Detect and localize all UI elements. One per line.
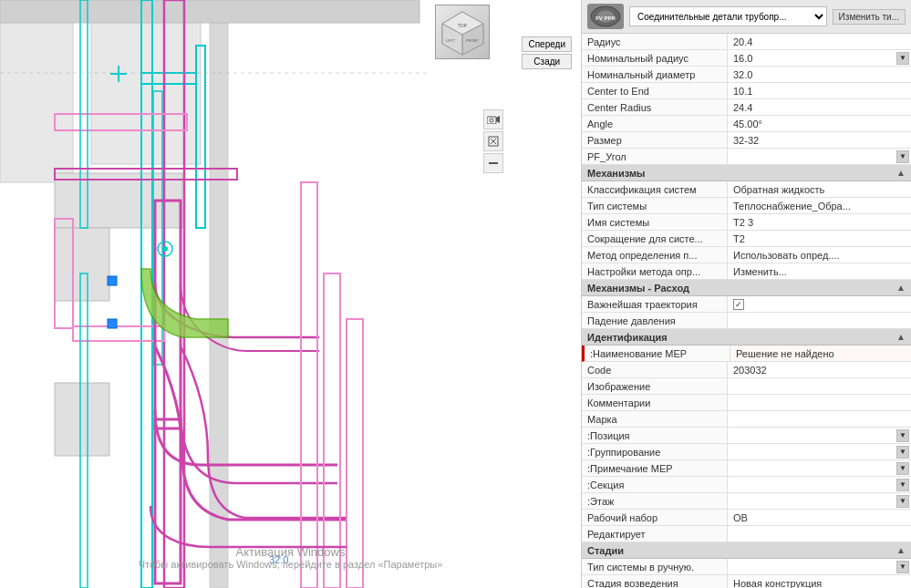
property-key: Важнейшая траектория — [582, 296, 728, 312]
property-value: 32-32 — [728, 132, 911, 148]
view-back-button[interactable]: Сзади — [522, 54, 572, 69]
section-header: Механизмы - Расход ▲ — [582, 280, 911, 296]
section-collapse-icon[interactable]: ▲ — [896, 332, 906, 342]
property-key: Тип системы в ручную. — [582, 559, 728, 574]
section-collapse-icon[interactable]: ▲ — [896, 168, 906, 178]
property-value: Теплоснабжение_Обра... — [728, 198, 911, 213]
table-row: Комментарии — [582, 395, 911, 411]
property-value[interactable]: ▼ — [728, 460, 911, 476]
zoom-fit-icon-button[interactable] — [483, 131, 503, 151]
property-value — [728, 313, 911, 328]
property-key: Стадия возведения — [582, 575, 728, 588]
property-key: Center Radius — [582, 99, 728, 115]
property-value: ОВ — [728, 510, 911, 525]
property-edit-button[interactable]: ▼ — [896, 446, 909, 459]
property-key: Марка — [582, 411, 728, 427]
section-header: Стадии ▲ — [582, 542, 911, 559]
section-collapse-icon[interactable]: ▲ — [896, 545, 906, 555]
svg-marker-38 — [496, 116, 500, 123]
nav-cube-box[interactable]: TOP FRONT LEFT — [435, 5, 490, 59]
properties-panel: FV PPR FV PPR Соединительные детали труб… — [582, 0, 911, 588]
panel-header: FV PPR FV PPR Соединительные детали труб… — [582, 0, 911, 34]
camera-icon-button[interactable] — [483, 109, 503, 129]
property-checkbox[interactable]: ✓ — [733, 299, 744, 310]
property-value: 45.00° — [728, 116, 911, 131]
property-value: Решение не найдено — [730, 346, 911, 361]
table-row: Настройки метода опр...Изменить... — [582, 263, 911, 280]
cad-viewport[interactable]: 32.0 Спереди Сзади TOP FRONT LEFT — [0, 0, 582, 588]
property-key: Center to End — [582, 83, 728, 98]
table-row: Center Radius24.4 — [582, 99, 911, 116]
property-value[interactable]: ▼ — [728, 477, 911, 492]
dimension-label: 32.0 — [269, 554, 288, 565]
property-key: Angle — [582, 116, 728, 131]
table-row: Размер32-32 — [582, 132, 911, 149]
property-key: :Этаж — [582, 493, 728, 509]
section-header-text: Стадии — [587, 545, 896, 556]
property-key: Имя системы — [582, 214, 728, 230]
property-value: Изменить... — [728, 263, 911, 279]
svg-rect-37 — [487, 117, 496, 124]
table-row: :Наименование МЕРРешение не найдено — [582, 346, 911, 362]
property-value[interactable]: ▼ — [728, 428, 911, 443]
svg-text:LEFT: LEFT — [446, 38, 455, 43]
panel-logo: FV PPR — [587, 4, 624, 29]
section-header: Механизмы ▲ — [582, 165, 911, 181]
nav-cube[interactable]: TOP FRONT LEFT — [435, 5, 508, 77]
property-edit-button[interactable]: ▼ — [896, 561, 909, 573]
table-row: Рабочий наборОВ — [582, 510, 911, 526]
property-key: Метод определения п... — [582, 247, 728, 263]
property-key: Радиус — [582, 34, 728, 49]
property-value[interactable]: ▼ — [728, 559, 911, 574]
property-key: Комментарии — [582, 395, 728, 410]
fitting-type-dropdown[interactable]: Соединительные детали трубопр... — [629, 6, 827, 26]
table-row: :Группирование▼ — [582, 444, 911, 460]
svg-text:TOP: TOP — [457, 23, 467, 28]
property-edit-button[interactable]: ▼ — [896, 150, 909, 163]
table-row: Сокращение для систе...Т2 — [582, 231, 911, 247]
table-row: Классификация системОбратная жидкость — [582, 181, 911, 198]
property-key: Рабочий набор — [582, 510, 728, 525]
property-key: :Секция — [582, 477, 728, 492]
property-value[interactable]: ▼ — [728, 444, 911, 459]
property-key: Номинальный диаметр — [582, 67, 728, 82]
viewport-icon-buttons — [483, 109, 503, 173]
property-key: Номинальный радиус — [582, 50, 728, 66]
property-edit-button[interactable]: ▼ — [896, 429, 909, 442]
property-value — [728, 395, 911, 410]
table-row: Angle45.00° — [582, 116, 911, 132]
change-type-button[interactable]: Изменить ти... — [833, 9, 906, 25]
property-value: Новая конструкция — [728, 575, 911, 588]
property-edit-button[interactable]: ▼ — [896, 479, 909, 491]
property-key: Падение давления — [582, 313, 728, 328]
property-value[interactable]: 16.0▼ — [728, 50, 911, 66]
property-key: Code — [582, 362, 728, 377]
table-row: Имя системыТ2 3 — [582, 214, 911, 231]
view-buttons: Спереди Сзади — [522, 36, 572, 69]
property-value[interactable]: ▼ — [728, 493, 911, 509]
svg-text:FV PPR: FV PPR — [595, 15, 616, 21]
property-edit-button[interactable]: ▼ — [896, 52, 909, 65]
minus-icon-button[interactable] — [483, 153, 503, 173]
property-edit-button[interactable]: ▼ — [896, 462, 909, 475]
property-value: 10.1 — [728, 83, 911, 98]
property-value: 20.4 — [728, 34, 911, 49]
table-row: Падение давления — [582, 313, 911, 329]
property-value: 203032 — [728, 362, 911, 377]
section-header-text: Идентификация — [587, 332, 896, 343]
property-key: Тип системы — [582, 198, 728, 213]
property-key: Классификация систем — [582, 181, 728, 197]
section-collapse-icon[interactable]: ▲ — [896, 283, 906, 293]
view-front-button[interactable]: Спереди — [522, 36, 572, 52]
svg-text:FRONT: FRONT — [466, 38, 479, 43]
property-key: Редактирует — [582, 526, 728, 542]
property-key: Изображение — [582, 378, 728, 394]
property-value: ✓ — [728, 296, 911, 312]
table-row: Номинальный диаметр32.0 — [582, 67, 911, 83]
table-row: Тип системы в ручную.▼ — [582, 559, 911, 575]
property-edit-button[interactable]: ▼ — [896, 495, 909, 508]
table-row: PF_Угол▼ — [582, 149, 911, 165]
property-value: Обратная жидкость — [728, 181, 911, 197]
property-value[interactable]: ▼ — [728, 149, 911, 164]
section-header-text: Механизмы — [587, 168, 896, 179]
